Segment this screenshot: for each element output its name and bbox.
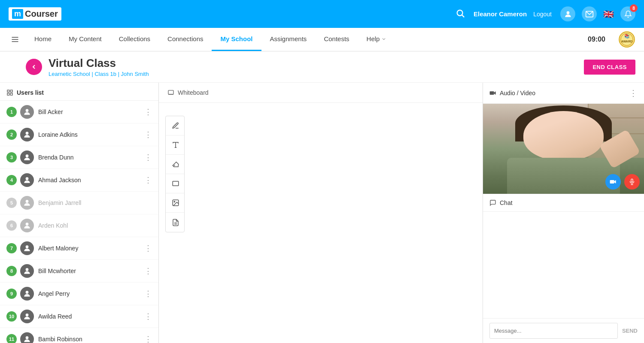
whiteboard-body[interactable] [159, 103, 483, 343]
nav-home[interactable]: Home [26, 28, 60, 51]
users-panel: Users list 1 Bill Acker ⋮ 2 Loraine A [0, 83, 159, 343]
user-item[interactable]: 9 Angel Perry ⋮ [0, 283, 158, 305]
svg-point-25 [26, 336, 29, 339]
user-name: Awilda Reed [38, 313, 144, 320]
text-tool[interactable] [166, 135, 185, 155]
nav-assignments[interactable]: Assignments [261, 28, 316, 51]
user-name: Bill Acker [38, 108, 144, 115]
nav-help[interactable]: Help [358, 28, 395, 51]
whiteboard-header: Whiteboard [159, 83, 483, 103]
svg-text:AWARD: AWARD [621, 40, 632, 43]
user-item[interactable]: 2 Loraine Adkins ⋮ [0, 123, 158, 146]
rectangle-tool[interactable] [166, 174, 185, 193]
user-menu-dots[interactable]: ⋮ [144, 312, 152, 321]
user-name: Ahmad Jackson [38, 177, 144, 184]
image-tool[interactable] [166, 193, 185, 213]
nav-my-content[interactable]: My Content [60, 28, 110, 51]
user-number: 6 [6, 220, 17, 231]
mail-icon[interactable] [582, 6, 597, 21]
nav-contests[interactable]: Contests [315, 28, 358, 51]
user-item[interactable]: 7 Albert Maloney ⋮ [0, 237, 158, 260]
user-item[interactable]: 1 Bill Acker ⋮ [0, 101, 158, 123]
page-title-section: Virtual Class Learnetic School | Class 1… [49, 57, 584, 77]
svg-line-1 [462, 15, 464, 17]
video-face [523, 111, 604, 161]
notification-count: 8 [630, 4, 638, 12]
svg-point-20 [26, 223, 29, 226]
user-item[interactable]: 11 Bambi Robinson ⋮ [0, 328, 158, 343]
user-menu-dots[interactable]: ⋮ [144, 289, 152, 298]
search-icon[interactable] [456, 9, 465, 20]
camera-button[interactable] [605, 174, 621, 190]
user-item[interactable]: 10 Awilda Reed ⋮ [0, 305, 158, 328]
user-menu-dots[interactable]: ⋮ [144, 334, 152, 343]
user-menu-dots[interactable]: ⋮ [144, 266, 152, 276]
svg-point-16 [26, 132, 29, 135]
svg-point-15 [26, 109, 29, 112]
user-item[interactable]: 8 Bill Mcwhorter ⋮ [0, 260, 158, 283]
user-item[interactable]: 4 Ahmad Jackson ⋮ [0, 169, 158, 192]
user-item[interactable]: 5 Benjamin Jarrell [0, 192, 158, 214]
chat-input[interactable] [489, 323, 618, 339]
user-name: Loraine Adkins [38, 131, 144, 138]
user-name: Brenda Dunn [38, 154, 144, 161]
profile-icon[interactable] [560, 6, 575, 21]
page-subtitle: Learnetic School | Class 1b | John Smith [49, 71, 584, 77]
user-avatar [20, 332, 34, 343]
svg-point-22 [26, 268, 29, 271]
chat-header-label: Chat [500, 199, 513, 206]
user-menu-dots[interactable]: ⋮ [144, 153, 152, 162]
user-name: Eleanor Cameron [474, 10, 527, 18]
user-number: 8 [6, 266, 17, 276]
hamburger-menu[interactable] [4, 28, 26, 51]
av-header: Audio / Video ⋮ [483, 83, 644, 104]
nav-collections[interactable]: Collections [110, 28, 159, 51]
logo[interactable]: m Courser [9, 7, 61, 21]
microphone-button[interactable] [624, 174, 640, 190]
user-menu-dots[interactable]: ⋮ [144, 244, 152, 253]
logo-name: Courser [25, 9, 58, 19]
chat-messages [483, 212, 644, 318]
user-avatar [20, 264, 34, 278]
chat-input-row: SEND [483, 318, 644, 343]
user-number: 2 [6, 129, 17, 140]
notification-bell[interactable]: 8 [620, 6, 635, 21]
av-more-icon[interactable]: ⋮ [629, 88, 638, 98]
topbar-icons: 🇬🇧 8 [560, 6, 635, 21]
user-menu-dots[interactable]: ⋮ [144, 107, 152, 117]
send-button[interactable]: SEND [622, 328, 638, 334]
user-avatar [20, 241, 34, 255]
user-number: 7 [6, 243, 17, 253]
user-avatar [20, 219, 34, 232]
end-class-button[interactable]: END CLASS [584, 60, 635, 75]
user-number: 4 [6, 175, 17, 185]
nav-my-school[interactable]: My School [212, 28, 261, 51]
user-item[interactable]: 3 Brenda Dunn ⋮ [0, 146, 158, 169]
user-menu-dots[interactable]: ⋮ [144, 130, 152, 139]
whiteboard-label: Whiteboard [178, 89, 209, 96]
document-tool[interactable] [166, 213, 185, 232]
eraser-tool[interactable] [166, 155, 185, 174]
svg-point-17 [26, 154, 29, 157]
av-controls [605, 174, 640, 190]
user-number: 9 [6, 289, 17, 299]
users-header: Users list [0, 83, 158, 101]
svg-rect-37 [490, 91, 494, 95]
right-panel: Audio / Video ⋮ [483, 83, 644, 343]
back-button[interactable] [26, 59, 42, 75]
nav-connections[interactable]: Connections [159, 28, 212, 51]
logout-button[interactable]: Logout [533, 11, 552, 18]
language-flag[interactable]: 🇬🇧 [603, 9, 614, 19]
user-item[interactable]: 6 Arden Kohl [0, 214, 158, 237]
user-menu-dots[interactable]: ⋮ [144, 175, 152, 185]
user-name: Bill Mcwhorter [38, 268, 144, 274]
svg-rect-13 [7, 93, 9, 95]
user-number: 11 [6, 334, 17, 343]
user-name: Angel Perry [38, 290, 144, 297]
user-number: 5 [6, 198, 17, 208]
av-header-left: Audio / Video [489, 90, 535, 96]
pencil-tool[interactable] [166, 116, 185, 135]
chat-section: Chat SEND [483, 194, 644, 343]
svg-rect-11 [7, 90, 9, 92]
nav-award: 📚 AWARD [614, 28, 640, 51]
